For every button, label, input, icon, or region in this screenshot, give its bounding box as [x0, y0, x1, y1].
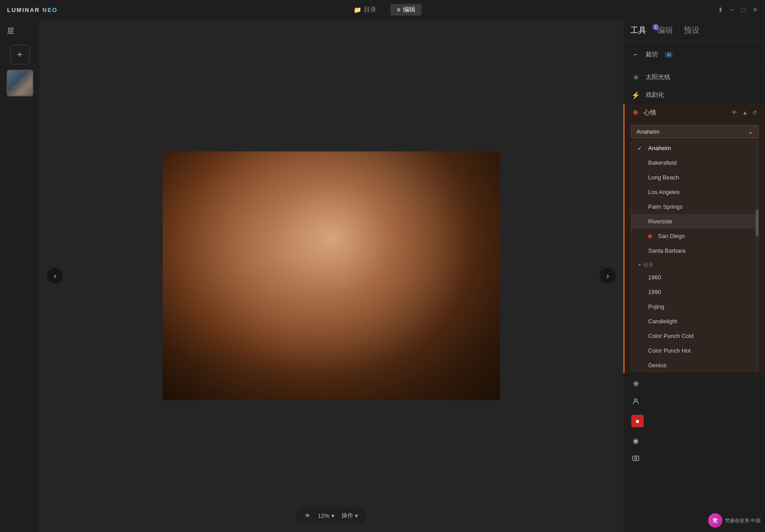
ai-badge: AI	[665, 52, 673, 58]
photo-icon	[631, 454, 640, 463]
titlebar: LUMINAR NEO 📁 目录 ≡ 编辑 ⬆ ─ □ ✕	[0, 0, 765, 20]
dropdown-item-pojing[interactable]: Pojing	[631, 299, 758, 314]
dropdown-container: Anaheim ⌄ ✓ Anaheim Bakersfield	[625, 121, 765, 373]
check-icon: ✓	[638, 145, 644, 151]
dropdown-item-anaheim[interactable]: ✓ Anaheim	[631, 141, 758, 155]
bottom-toolbar: 👁 12% ▾ 操作 ▾	[296, 508, 367, 523]
dropdown-item-color-punch-cold[interactable]: Color Punch Cold	[631, 329, 758, 343]
dropdown-select[interactable]: Anaheim ⌄	[631, 125, 759, 139]
scrollbar-thumb[interactable]	[756, 210, 758, 236]
watermark-area: 梵 梵摄创意库.中国	[623, 509, 765, 532]
creative-section-icon: ✦	[638, 262, 643, 267]
crop-icon: ⌐	[631, 50, 640, 59]
sunrays-icon: ✳	[631, 73, 640, 82]
dropdown-item-santa-barbara[interactable]: Santa Barbara	[631, 243, 758, 258]
crop-label: 裁切	[645, 51, 658, 59]
relight-tool-row[interactable]: ❋	[623, 375, 765, 393]
nav-catalog[interactable]: 📁 目录	[354, 6, 376, 14]
extra-tool-row[interactable]: ■	[623, 410, 765, 432]
dropdown-item-candlelight[interactable]: Candlelight	[631, 314, 758, 329]
dropdown-item-1990[interactable]: 1990	[631, 285, 758, 299]
portrait-tool-row[interactable]	[623, 393, 765, 410]
dropdown-item-long-beach[interactable]: Long Beach	[631, 170, 758, 185]
visibility-icon[interactable]: 👁	[732, 109, 737, 116]
sunrays-tool-row[interactable]: ✳ 太阳光线	[623, 68, 765, 86]
zoom-control[interactable]: 12% ▾	[318, 512, 334, 519]
mood-icon: ❋	[633, 108, 638, 117]
svg-point-0	[634, 399, 637, 401]
watermark-label: 梵摄创意库.中国	[725, 517, 761, 524]
dropdown-item-color-punch-hot[interactable]: Color Punch Hot	[631, 343, 758, 358]
canvas-area: ‹ › 👁 12% ▾ 操作 ▾	[40, 20, 623, 532]
maximize-button[interactable]: □	[742, 6, 745, 13]
section-label-creative: ✦ 创意	[631, 258, 758, 270]
dropdown-item-genius[interactable]: Genius	[631, 358, 758, 371]
svg-point-2	[635, 457, 637, 460]
dropdown-chevron-icon: ⌄	[748, 128, 753, 135]
mood-section: ❋ 心情 👁 ▲ ↺ Anaheim ⌄ ✓	[623, 104, 765, 373]
ops-control[interactable]: 操作 ▾	[342, 512, 358, 520]
image-content	[163, 151, 500, 400]
mood-label: 心情	[644, 109, 656, 117]
dropdown-item-san-diego[interactable]: San Diego	[631, 229, 758, 243]
minimize-button[interactable]: ─	[730, 6, 735, 13]
red-tool-icon: ■	[631, 415, 644, 427]
face-icon: ◉	[631, 436, 640, 445]
app-logo: LUMINAR NEO	[7, 7, 58, 13]
dropdown-item-los-angeles[interactable]: Los Angeles	[631, 185, 758, 199]
zoom-dropdown-arrow: ▾	[331, 512, 335, 519]
watermark-line1: 梵摄创意库.中国	[725, 517, 761, 524]
prev-image-button[interactable]: ‹	[47, 268, 63, 284]
app-logo-highlight: NEO	[43, 7, 58, 13]
tab-edit[interactable]: 编辑	[657, 25, 673, 36]
left-arrow-icon: ‹	[54, 271, 56, 281]
edit-menu-icon: ≡	[397, 6, 400, 13]
drama-tool-row[interactable]: ⚡ 戏剧化	[623, 86, 765, 104]
tools-section: ⌐ 裁切 AI	[623, 41, 765, 68]
item-label: Pojing	[648, 303, 664, 310]
item-label: Los Angeles	[648, 189, 680, 195]
mood-actions: 👁 ▲ ↺	[732, 109, 757, 116]
dropdown-item-bakersfield[interactable]: Bakersfield	[631, 155, 758, 170]
watermark-logo: 梵	[708, 513, 722, 528]
portrait-icon	[631, 397, 640, 406]
eye-icon: 👁	[305, 512, 311, 519]
visibility-toggle[interactable]: 👁	[305, 512, 311, 519]
face-tool-row[interactable]: ◉	[623, 432, 765, 449]
main-layout: 层 + ‹ › 👁 12% ▾	[0, 20, 765, 532]
right-panel: 工具 编辑 1 预设 ⌐ 裁切 AI ✳ 太阳光线 ⚡ 戏剧化 ❋	[623, 20, 765, 532]
layers-title: 层	[7, 27, 14, 36]
reset-icon[interactable]: ↺	[752, 109, 757, 116]
item-label: Bakersfield	[648, 159, 677, 166]
window-controls: ⬆ ─ □ ✕	[718, 6, 758, 13]
titlebar-nav: 📁 目录 ≡ 编辑	[354, 4, 422, 16]
dropdown-item-1960[interactable]: 1960	[631, 270, 758, 285]
layer-thumb-image	[8, 71, 32, 95]
mood-header[interactable]: ❋ 心情 👁 ▲ ↺	[625, 104, 765, 121]
export-icon[interactable]: ⬆	[718, 6, 723, 13]
tab-presets[interactable]: 预设	[684, 25, 700, 36]
photo-tool-row[interactable]	[623, 449, 765, 467]
tab-tools[interactable]: 工具	[630, 25, 646, 36]
dropdown-item-riverside[interactable]: Riverside	[631, 214, 758, 229]
layers-panel: 层 +	[0, 20, 40, 532]
crop-tool-row[interactable]: ⌐ 裁切 AI	[623, 46, 765, 64]
close-button[interactable]: ✕	[753, 6, 758, 13]
item-label: Palm Springs	[648, 203, 682, 210]
right-panel-tabs: 工具 编辑 1 预设	[623, 20, 765, 41]
catalog-icon: 📁	[354, 6, 361, 13]
nav-edit[interactable]: ≡ 编辑	[390, 4, 422, 16]
up-icon[interactable]: ▲	[742, 109, 748, 116]
ops-dropdown-arrow: ▾	[355, 512, 358, 519]
item-label: Anaheim	[648, 145, 671, 151]
item-label: Genius	[648, 362, 666, 369]
dropdown-selected-value: Anaheim	[637, 128, 659, 135]
add-layer-button[interactable]: +	[10, 45, 30, 64]
item-label: Riverside	[648, 218, 672, 225]
layer-thumbnail[interactable]	[7, 70, 33, 96]
item-label: Color Punch Cold	[648, 333, 693, 339]
sunrays-label: 太阳光线	[645, 73, 670, 81]
next-image-button[interactable]: ›	[600, 268, 616, 284]
dropdown-item-palm-springs[interactable]: Palm Springs	[631, 199, 758, 214]
ops-label: 操作	[342, 512, 353, 520]
